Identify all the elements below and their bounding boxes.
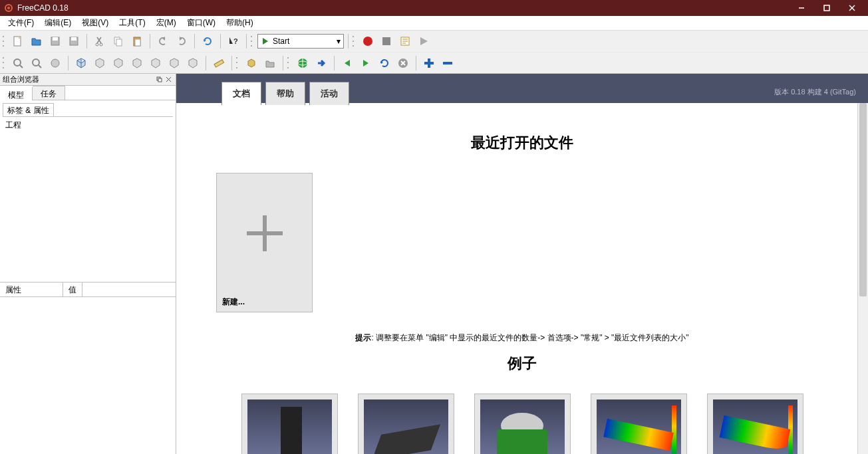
example-card[interactable] [591, 394, 687, 454]
part-button[interactable] [243, 55, 260, 72]
prop-header-attribute[interactable]: 属性 [0, 283, 63, 296]
zoom-selection-button[interactable] [28, 55, 45, 72]
zoom-out-button[interactable] [439, 55, 456, 72]
window-title: FreeCAD 0.18 [17, 3, 790, 13]
new-file-card[interactable]: 新建... [216, 173, 313, 312]
view-bottom-button[interactable] [166, 55, 183, 72]
svg-point-25 [51, 59, 59, 67]
panel-close-button[interactable] [164, 75, 173, 84]
example-thumbnail-icon [247, 399, 332, 454]
nav-stop-button[interactable] [394, 55, 412, 72]
example-card[interactable] [707, 394, 803, 454]
whats-this-button[interactable]: ? [225, 33, 242, 50]
view-top-button[interactable] [110, 55, 127, 72]
open-file-button[interactable] [28, 33, 45, 50]
svg-line-24 [39, 65, 41, 68]
view-left-button[interactable] [184, 55, 202, 72]
toolbar-grip-icon[interactable] [251, 34, 255, 49]
property-view: 属性 值 [0, 282, 176, 454]
web-forward-button[interactable] [313, 55, 330, 72]
toolbar-grip-icon[interactable] [236, 56, 240, 70]
view-right-button[interactable] [128, 55, 146, 72]
nav-back-button[interactable] [339, 55, 356, 72]
vertical-scrollbar[interactable] [857, 103, 868, 454]
window-maximize-button[interactable] [815, 0, 839, 16]
start-tab-help[interactable]: 帮助 [265, 82, 305, 105]
svg-text:?: ? [233, 37, 238, 45]
prop-header-value[interactable]: 值 [63, 283, 82, 296]
menu-edit[interactable]: 编辑(E) [39, 16, 76, 30]
toolbar-grip-icon[interactable] [3, 56, 7, 70]
view-isometric-button[interactable] [72, 55, 90, 72]
menu-file[interactable]: 文件(F) [3, 16, 39, 30]
panel-title: 组合浏览器 [3, 74, 39, 84]
dropdown-arrow-icon: ▾ [337, 37, 341, 46]
combo-view-panel: 组合浏览器 模型 任务 标签 & 属性 工程 属性 值 [0, 74, 176, 454]
zoom-in-button[interactable] [420, 55, 438, 72]
nav-refresh-button[interactable] [376, 55, 393, 72]
start-tab-documents[interactable]: 文档 [221, 82, 261, 105]
copy-button[interactable] [110, 33, 127, 50]
svg-point-21 [14, 59, 21, 66]
svg-point-23 [33, 59, 39, 66]
play-icon [261, 37, 270, 46]
menu-tools[interactable]: 工具(T) [114, 16, 150, 30]
measure-button[interactable] [210, 55, 227, 72]
macro-play-button[interactable] [415, 33, 432, 50]
macro-edit-button[interactable] [396, 33, 414, 50]
macro-record-button[interactable] [359, 33, 376, 50]
panel-tab-model[interactable]: 模型 [0, 86, 33, 100]
menu-macro[interactable]: 宏(M) [151, 16, 182, 30]
version-label: 版本 0.18 构建 4 (GitTag) [774, 87, 856, 97]
new-file-button[interactable] [9, 33, 27, 50]
svg-rect-10 [71, 37, 76, 41]
tree-root-item[interactable]: 工程 [5, 120, 170, 131]
example-card[interactable] [241, 394, 338, 454]
menu-window[interactable]: 窗口(W) [182, 16, 221, 30]
toolbar-grip-icon[interactable] [287, 56, 291, 70]
toolbars: ? Start ▾ [0, 31, 868, 74]
menu-help[interactable]: 帮助(H) [221, 16, 259, 30]
panel-undock-button[interactable] [154, 75, 164, 84]
group-button[interactable] [261, 55, 279, 72]
web-home-button[interactable] [294, 55, 311, 72]
paste-button[interactable] [128, 33, 146, 50]
menu-view[interactable]: 视图(V) [76, 16, 114, 30]
example-thumbnail-icon [597, 399, 681, 454]
example-card[interactable] [474, 394, 571, 454]
titlebar: FreeCAD 0.18 [0, 0, 868, 16]
cut-button[interactable] [91, 33, 108, 50]
undo-button[interactable] [154, 33, 172, 50]
new-file-label: 新建... [217, 292, 312, 312]
view-rear-button[interactable] [147, 55, 164, 72]
svg-point-11 [96, 43, 98, 46]
workbench-selector[interactable]: Start ▾ [257, 34, 344, 49]
example-card[interactable] [358, 394, 454, 454]
section-title-examples: 例子 [216, 354, 828, 374]
plus-icon [241, 210, 288, 257]
tree-tab-labels[interactable]: 标签 & 属性 [3, 103, 54, 116]
app-logo-icon [4, 3, 13, 13]
toolbar-grip-icon[interactable] [353, 34, 357, 49]
nav-forward-button[interactable] [357, 55, 374, 72]
svg-rect-8 [53, 37, 58, 41]
svg-line-22 [20, 65, 23, 68]
window-close-button[interactable] [840, 0, 864, 16]
view-front-button[interactable] [91, 55, 108, 72]
start-tab-activity[interactable]: 活动 [309, 82, 349, 105]
zoom-fit-button[interactable] [9, 55, 27, 72]
draw-style-button[interactable] [47, 55, 64, 72]
save-button[interactable] [47, 33, 64, 50]
scrollbar-thumb[interactable] [859, 103, 867, 296]
save-as-button[interactable] [65, 33, 82, 50]
macro-stop-button[interactable] [378, 33, 395, 50]
svg-point-12 [100, 43, 102, 46]
toolbar-grip-icon[interactable] [3, 34, 7, 49]
start-page: 最近打开的文件 新建... 提示: 调整要在菜单 "编辑" 中显示的最近文件的数… [176, 103, 868, 454]
redo-button[interactable] [173, 33, 190, 50]
window-minimize-button[interactable] [790, 0, 813, 16]
refresh-button[interactable] [199, 33, 216, 50]
svg-rect-19 [382, 37, 390, 45]
menubar: 文件(F) 编辑(E) 视图(V) 工具(T) 宏(M) 窗口(W) 帮助(H) [0, 16, 868, 31]
panel-tab-tasks[interactable]: 任务 [33, 86, 65, 100]
